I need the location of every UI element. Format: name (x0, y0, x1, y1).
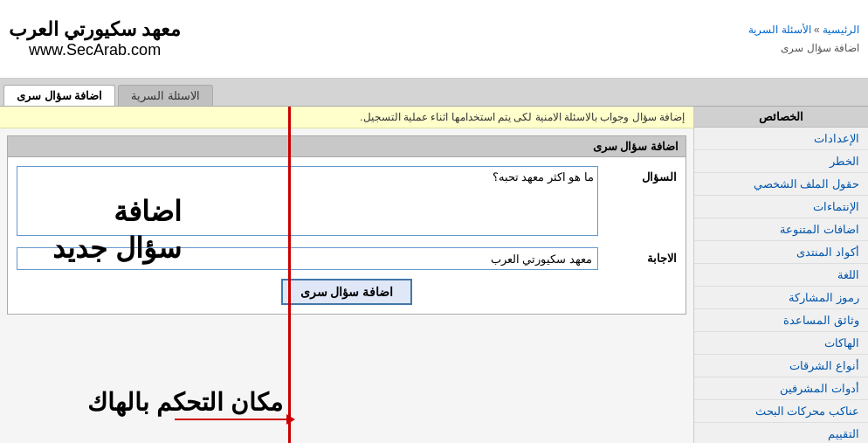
bottom-annotation-text: مكان التحكم بالهاك (87, 388, 283, 417)
sidebar-item-affiliations[interactable]: الإنتماءات (694, 196, 868, 218)
form-section: اضافة سؤال سرى السؤال ما هو اكثر معهد تح… (7, 135, 686, 315)
form-body: السؤال ما هو اكثر معهد تحبه؟ الاجابة اضا… (7, 156, 686, 315)
sidebar-item-profile-fields[interactable]: حقول الملف الشخصي (694, 173, 868, 196)
sidebar-item-mod-tools[interactable]: أدوات المشرفين (694, 377, 868, 400)
question-row: السؤال ما هو اكثر معهد تحبه؟ (17, 166, 677, 239)
sidebar-item-ratings[interactable]: التقييم (694, 423, 868, 443)
form-title: اضافة سؤال سرى (7, 135, 686, 156)
submit-row: اضافة سؤال سرى (17, 279, 677, 305)
sidebar-item-search-engines[interactable]: عناكب محركات البحث (694, 400, 868, 423)
tab-bar: اضافة سؤال سرى الاسئلة السرية (0, 79, 868, 107)
site-url: www.SecArab.com (9, 41, 181, 59)
sidebar-item-post-icons[interactable]: رموز المشاركة (694, 287, 868, 309)
sidebar-item-language[interactable]: اللغة (694, 264, 868, 287)
submit-button[interactable]: اضافة سؤال سرى (281, 279, 413, 305)
breadcrumb: الرئيسية » الأسئلة السرية اضافة سؤال سرى (748, 21, 859, 57)
sidebar-item-addons[interactable]: اضافات المتنوعة (694, 218, 868, 241)
tab-add-question[interactable]: اضافة سؤال سرى (3, 85, 115, 106)
breadcrumb-sep: » (811, 24, 820, 36)
content-area: إضافة سؤال وجواب بالاسئلة الامنية لكى يت… (0, 107, 693, 443)
site-logo: معهد سكيورتي العرب www.SecArab.com (9, 18, 181, 59)
page-header: الرئيسية » الأسئلة السرية اضافة سؤال سرى… (0, 0, 868, 79)
breadcrumb-parent-link[interactable]: الأسئلة السرية (748, 24, 810, 36)
sidebar-item-post-types[interactable]: أنواع الشرقات (694, 355, 868, 377)
sidebar-item-settings[interactable]: الإعدادات (694, 128, 868, 150)
question-textarea[interactable]: ما هو اكثر معهد تحبه؟ (17, 166, 598, 236)
sidebar-header: الخصائص (694, 107, 868, 128)
sidebar-item-hacks[interactable]: الهاكات (694, 332, 868, 355)
main-layout: الخصائص الإعدادات الخطر حقول الملف الشخص… (0, 107, 868, 443)
sidebar-item-forum-codes[interactable]: أكواد المنتدى (694, 241, 868, 264)
answer-input-col (17, 247, 598, 270)
question-input-col: ما هو اكثر معهد تحبه؟ (17, 166, 598, 239)
info-bar: إضافة سؤال وجواب بالاسئلة الامنية لكى يت… (0, 107, 693, 128)
sidebar-item-help-docs[interactable]: وثائق المساعدة (694, 309, 868, 332)
tab-list-questions[interactable]: الاسئلة السرية (118, 85, 213, 106)
security-questions-arrow (175, 419, 288, 420)
sidebar-item-danger[interactable]: الخطر (694, 150, 868, 173)
site-title: معهد سكيورتي العرب (9, 18, 181, 41)
answer-label: الاجابة (607, 247, 677, 270)
breadcrumb-current: اضافة سؤال سرى (781, 42, 859, 54)
breadcrumb-home-link[interactable]: الرئيسية (823, 24, 859, 36)
sidebar: الخصائص الإعدادات الخطر حقول الملف الشخص… (693, 107, 868, 443)
question-label: السؤال (607, 166, 677, 239)
answer-input[interactable] (17, 247, 598, 270)
answer-row: الاجابة (17, 247, 677, 270)
